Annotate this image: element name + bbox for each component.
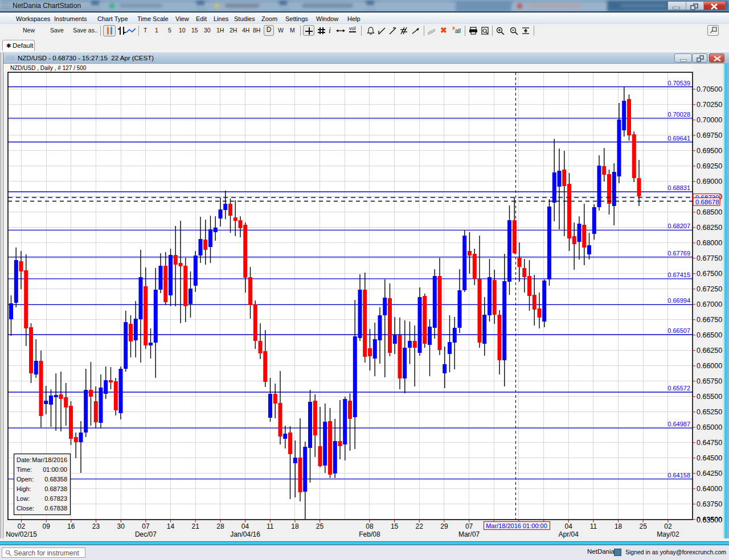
svg-text:18: 18 [291,522,299,530]
svg-text:0.68250: 0.68250 [697,224,722,232]
svg-text:May/02: May/02 [657,530,679,538]
svg-text:22: 22 [416,522,424,530]
svg-text:0.68000: 0.68000 [697,239,722,247]
svg-text:0.68831: 0.68831 [667,184,690,191]
svg-text:0.70000: 0.70000 [697,116,722,124]
svg-text:0.69500: 0.69500 [697,147,722,155]
svg-text:01:00:00: 01:00:00 [43,466,67,473]
svg-text:Low:: Low: [17,495,30,502]
svg-text:Close:: Close: [17,505,34,512]
svg-text:0.64250: 0.64250 [697,470,722,477]
svg-text:02: 02 [664,522,672,530]
svg-text:25: 25 [640,522,648,530]
svg-text:Dec/07: Dec/07 [135,530,157,538]
svg-text:0.65250: 0.65250 [697,408,722,416]
svg-text:Mar/18/2016 01:00:00: Mar/18/2016 01:00:00 [486,522,547,529]
svg-text:0.68358: 0.68358 [44,476,67,483]
svg-text:11: 11 [590,522,597,530]
svg-text:14: 14 [167,522,175,530]
svg-text:16: 16 [67,522,75,530]
svg-text:0.67415: 0.67415 [667,271,690,278]
svg-text:Open:: Open: [17,476,34,483]
svg-text:0.67500: 0.67500 [697,270,722,278]
svg-text:11: 11 [267,522,274,530]
svg-text:0.70250: 0.70250 [697,101,722,109]
svg-text:0.66750: 0.66750 [697,316,722,324]
svg-text:0.64158: 0.64158 [667,472,690,479]
svg-text:0.67750: 0.67750 [697,254,722,262]
svg-text:0.70539: 0.70539 [667,80,690,87]
svg-text:23: 23 [92,522,100,530]
svg-text:Jan/04/16: Jan/04/16 [230,530,260,538]
svg-text:0.67250: 0.67250 [697,285,722,293]
svg-text:0.65750: 0.65750 [697,377,722,385]
svg-text:18: 18 [615,522,622,530]
svg-text:30: 30 [117,522,125,530]
svg-text:0.69000: 0.69000 [697,178,722,186]
svg-text:0.66500: 0.66500 [697,331,722,339]
svg-text:0.66000: 0.66000 [697,362,722,370]
svg-text:15: 15 [391,522,399,530]
svg-text:0.66507: 0.66507 [667,327,690,334]
svg-text:0.67823: 0.67823 [44,495,67,502]
svg-text:0.67769: 0.67769 [667,250,690,257]
svg-text:0.65000: 0.65000 [697,423,722,431]
svg-text:0.65500: 0.65500 [697,393,722,401]
svg-text:High:: High: [17,485,31,492]
svg-text:0.68738: 0.68738 [44,485,67,492]
svg-text:Nov/02/15: Nov/02/15 [6,530,37,538]
svg-text:0.67000: 0.67000 [697,300,722,308]
svg-text:0.64500: 0.64500 [697,454,722,462]
svg-text:0.64987: 0.64987 [667,421,690,427]
svg-text:0.69250: 0.69250 [697,162,722,170]
svg-text:Feb/08: Feb/08 [359,530,380,538]
svg-text:04: 04 [241,522,249,530]
svg-text:0.68678: 0.68678 [695,199,719,205]
svg-text:Apr/04: Apr/04 [559,530,579,538]
svg-text:29: 29 [440,522,448,530]
svg-text:0.63750: 0.63750 [697,500,722,508]
svg-text:0.67838: 0.67838 [44,505,67,512]
svg-text:0.66994: 0.66994 [667,297,690,304]
svg-text:07: 07 [142,522,150,530]
svg-text:0.63500: 0.63500 [697,516,722,524]
svg-text:0.70028: 0.70028 [667,111,690,118]
svg-text:0.64000: 0.64000 [697,485,722,493]
svg-text:08: 08 [366,522,374,530]
svg-text:0.69641: 0.69641 [667,135,690,142]
svg-text:0.68207: 0.68207 [667,223,690,229]
svg-text:0.69750: 0.69750 [697,131,722,139]
svg-text:Time:: Time: [17,466,32,473]
svg-text:Mar/18/2016: Mar/18/2016 [32,456,67,463]
svg-text:25: 25 [316,522,324,530]
svg-text:Date:: Date: [17,456,31,463]
svg-text:21: 21 [192,522,200,530]
svg-text:09: 09 [43,522,51,530]
svg-text:0.68500: 0.68500 [697,208,722,216]
svg-text:04: 04 [565,522,573,530]
svg-text:Mar/07: Mar/07 [458,530,480,538]
svg-text:28: 28 [216,522,224,530]
svg-text:0.64750: 0.64750 [697,439,722,447]
svg-text:02: 02 [18,522,26,530]
svg-text:0.65572: 0.65572 [667,385,690,392]
svg-text:0.70500: 0.70500 [697,85,722,93]
svg-text:0.66250: 0.66250 [697,347,722,355]
svg-text:07: 07 [465,522,473,530]
